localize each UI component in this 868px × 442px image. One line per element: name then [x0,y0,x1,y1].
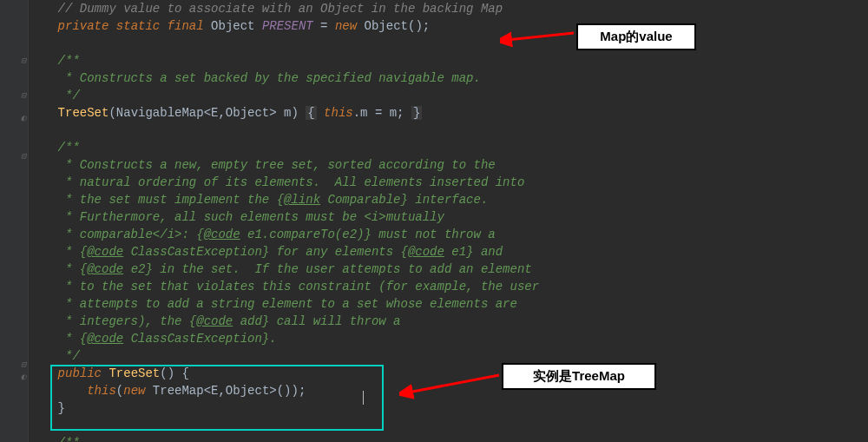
brace: } [411,106,422,120]
javadoc-code: @code [87,245,123,259]
javadoc-code: @code [408,245,444,259]
javadoc: * { [58,245,88,259]
annotation-label-map-value: Map的value [576,23,696,50]
javadoc: * { [58,332,88,346]
javadoc-code: @code [87,262,123,276]
code-editor[interactable]: // Dummy value to associate with an Obje… [29,0,868,442]
javadoc: e1} and [444,245,503,259]
assignment: .m = m; [353,106,404,120]
fold-marker-icon[interactable]: ⊟ [19,361,28,370]
javadoc-link: @link [284,193,320,207]
keyword-public: public [58,366,102,380]
javadoc: * Constructs a set backed by the specifi… [58,71,481,85]
keyword-private: private [58,19,109,33]
punct: (); [408,19,430,33]
type-treemap: TreeMap<E,Object>()); [145,384,306,398]
javadoc: add} call will throw a [233,314,400,328]
javadoc: * natural ordering of its elements. All … [58,175,525,189]
javadoc: * to the set that violates this constrai… [58,280,540,294]
annotation-label-treemap: 实例是TreeMap [502,363,656,390]
constructor-name: TreeSet [108,366,160,380]
type-object: Object [365,19,408,33]
javadoc: Comparable} interface. [320,193,488,207]
javadoc: /** [58,141,80,155]
keyword-final: final [168,19,204,33]
brace: { [306,106,316,120]
javadoc-code: @code [87,332,123,346]
javadoc: /** [58,436,80,442]
javadoc: * Furthermore, all such elements must be… [58,210,444,224]
constant-present: PRESENT [262,19,313,33]
keyword-this: this [87,384,116,398]
keyword-static: static [116,19,160,33]
javadoc: */ [58,349,80,363]
fold-marker-icon[interactable]: ⊟ [19,57,28,66]
javadoc: * comparable</i>: { [58,228,204,241]
javadoc: * the set must implement the { [58,193,284,207]
constructor-params: (NavigableMap<E,Object> m) [108,106,306,120]
constructor-name: TreeSet [58,106,109,120]
javadoc: * { [58,262,88,276]
keyword-new: new [335,19,357,33]
javadoc: e2} in the set. If the user attempts to … [123,262,531,276]
fold-marker-icon[interactable]: ⊟ [19,153,28,162]
javadoc: ClassCastException} for any elements { [123,245,408,259]
javadoc: /** [58,54,80,68]
gutter-annotation-icon[interactable]: ◐ [19,115,28,123]
code-comment: // Dummy value to associate with an Obje… [58,2,503,16]
javadoc: e1.compareTo(e2)} must not throw a [240,228,496,241]
type-object: Object [211,19,254,33]
javadoc: ClassCastException}. [123,332,276,346]
javadoc: */ [58,89,80,102]
constructor-sig: () { [160,366,189,380]
gutter-annotation-icon[interactable]: ◐ [19,373,28,382]
equals-op: = [313,19,335,33]
keyword-this: this [324,106,353,120]
javadoc-code: @code [196,314,233,328]
javadoc: * attempts to add a string element to a … [58,297,517,311]
paren: ( [116,384,123,398]
text-caret [363,391,364,405]
javadoc-code: @code [204,228,240,241]
editor-gutter: ⊟ ⊟ ◐ ⊟ ⊟ ◐ [0,0,29,442]
javadoc: * Constructs a new, empty tree set, sort… [58,158,496,172]
brace-close: } [58,401,65,415]
javadoc: * integers), the { [58,314,197,328]
keyword-new: new [123,384,145,398]
fold-marker-icon[interactable]: ⊟ [19,92,28,101]
